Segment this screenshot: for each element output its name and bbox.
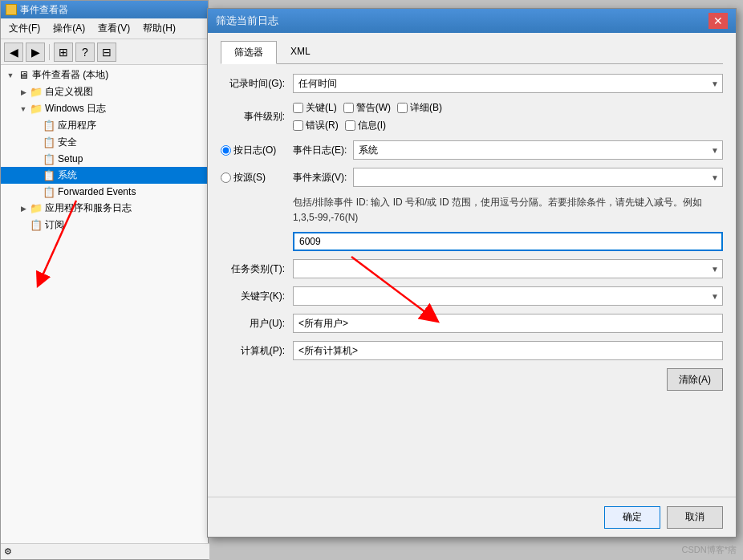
confirm-button[interactable]: 确定 [604, 506, 660, 529]
verbose-checkbox[interactable] [397, 103, 408, 113]
dialog-title: 筛选当前日志 [216, 14, 278, 28]
sidebar-item-root[interactable]: ▼ 🖥 事件查看器 (本地) [1, 67, 208, 83]
critical-checkbox[interactable] [293, 103, 303, 113]
fwd-icon: 📋 [43, 185, 55, 198]
computer-label: 计算机(P): [221, 344, 293, 358]
log-select[interactable]: 系统 ▼ [353, 140, 723, 160]
source-field-label: 事件来源(V): [293, 171, 347, 185]
custom-icon: 📁 [30, 86, 43, 99]
event-id-field-wrapper [293, 232, 723, 251]
log-field-wrapper: 事件日志(E): 系统 ▼ [293, 140, 723, 160]
task-select[interactable]: ▼ [293, 259, 723, 278]
expand-icon-appsvc: ▶ [17, 202, 30, 215]
log-radio-label: 按日志(O) [233, 144, 276, 157]
toolbar: ◀ ▶ ⊞ ? ⊟ [1, 39, 208, 65]
user-field-wrapper [293, 314, 723, 333]
help-button[interactable]: ? [75, 43, 95, 62]
user-input[interactable] [293, 314, 723, 333]
info-label: 信息(I) [358, 119, 386, 132]
keyword-field-wrapper: ▼ [293, 286, 723, 306]
menu-action[interactable]: 操作(A) [48, 20, 90, 37]
keyword-select[interactable]: ▼ [293, 286, 723, 306]
expand-icon-custom: ▶ [17, 86, 30, 99]
warning-checkbox[interactable] [343, 103, 354, 113]
expand-icon-sub [17, 219, 30, 232]
sidebar-item-sec[interactable]: 📋 安全 [1, 134, 208, 151]
log-radio[interactable] [221, 145, 231, 156]
tab-xml[interactable]: XML [277, 41, 324, 63]
main-window: 事件查看器 文件(F) 操作(A) 查看(V) 帮助(H) ◀ ▶ ⊞ ? ⊟ … [0, 0, 209, 560]
sidebar-item-sub[interactable]: 📋 订阅 [1, 217, 208, 233]
cancel-button[interactable]: 取消 [667, 506, 723, 529]
level-row: 事件级别: 关键(L) 警告(W) 详细(B) [221, 101, 723, 132]
forward-button[interactable]: ▶ [26, 43, 45, 62]
expand-icon-winlog: ▼ [17, 103, 30, 116]
menu-file[interactable]: 文件(F) [4, 20, 45, 37]
error-checkbox[interactable] [293, 120, 303, 131]
source-select[interactable]: ▼ [353, 168, 723, 187]
filter-dialog: 筛选当前日志 ✕ 筛选器 XML 记录时间(G): 任何时间 ▼ 事件级别: [207, 8, 737, 538]
app-label: 应用程序 [58, 119, 96, 132]
sec-icon: 📋 [43, 136, 55, 149]
appsvc-label: 应用程序和服务日志 [45, 201, 132, 215]
main-title: 事件查看器 [20, 3, 68, 17]
source-radio-item: 按源(S) [221, 171, 285, 185]
source-radio[interactable] [221, 172, 231, 183]
expand-icon-root: ▼ [4, 69, 17, 82]
user-row: 用户(U): [221, 314, 723, 333]
expand-icon-app [30, 120, 43, 132]
menu-help[interactable]: 帮助(H) [138, 20, 181, 37]
log-radio-item: 按日志(O) [221, 144, 285, 157]
sidebar-item-appsvc[interactable]: ▶ 📁 应用程序和服务日志 [1, 200, 208, 217]
sidebar-item-setup[interactable]: 📋 Setup [1, 151, 208, 167]
sidebar-tree: ▼ 🖥 事件查看器 (本地) ▶ 📁 自定义视图 ▼ 📁 Windows 日志 … [1, 65, 208, 543]
computer-field-wrapper [293, 341, 723, 360]
source-radio-label: 按源(S) [233, 171, 266, 185]
log-field-label: 事件日志(E): [293, 144, 347, 157]
sidebar-item-custom[interactable]: ▶ 📁 自定义视图 [1, 83, 208, 100]
info-checkbox[interactable] [345, 120, 355, 131]
sidebar-item-sys[interactable]: 📋 系统 [1, 167, 208, 184]
dialog-close-button[interactable]: ✕ [708, 13, 728, 29]
event-id-input[interactable] [293, 232, 723, 251]
computer-input[interactable] [293, 341, 723, 360]
level-checkboxes: 关键(L) 警告(W) 详细(B) 错误(R) [293, 101, 723, 132]
clear-button[interactable]: 清除(A) [667, 368, 723, 391]
source-radio-wrapper: 按源(S) [221, 171, 293, 185]
refresh-button[interactable]: ⊞ [54, 43, 73, 62]
time-row: 记录时间(G): 任何时间 ▼ [221, 74, 723, 93]
time-select-wrapper: 任何时间 ▼ [293, 74, 723, 93]
warning-label: 警告(W) [356, 101, 391, 115]
sidebar-item-winlog[interactable]: ▼ 📁 Windows 日志 [1, 100, 208, 117]
time-dropdown-arrow: ▼ [711, 79, 719, 88]
sidebar-item-app[interactable]: 📋 应用程序 [1, 117, 208, 134]
fwd-label: Forwarded Events [58, 186, 136, 197]
time-label: 记录时间(G): [221, 77, 293, 91]
verbose-label: 详细(B) [410, 101, 442, 115]
error-label: 错误(R) [306, 119, 339, 132]
winlog-label: Windows 日志 [45, 102, 106, 116]
keyword-row: 关键字(K): ▼ [221, 286, 723, 306]
tab-filter[interactable]: 筛选器 [221, 41, 277, 64]
app-log-icon: 📋 [43, 120, 55, 132]
menubar: 文件(F) 操作(A) 查看(V) 帮助(H) [1, 18, 208, 39]
sub-label: 订阅 [45, 218, 64, 232]
task-row: 任务类别(T): ▼ [221, 259, 723, 278]
menu-view[interactable]: 查看(V) [93, 20, 135, 37]
dialog-content: 筛选器 XML 记录时间(G): 任何时间 ▼ 事件级别: 关键(L) [208, 33, 736, 497]
time-value: 任何时间 [298, 77, 337, 91]
setup-label: Setup [58, 153, 83, 164]
sidebar-item-fwd[interactable]: 📋 Forwarded Events [1, 184, 208, 200]
back-button[interactable]: ◀ [4, 43, 23, 62]
source-dropdown-arrow: ▼ [711, 173, 719, 182]
custom-label: 自定义视图 [45, 85, 93, 99]
time-select[interactable]: 任何时间 ▼ [293, 74, 723, 93]
sub-icon: 📋 [30, 219, 43, 232]
watermark: CSDN博客*痞 [682, 544, 737, 556]
statusbar-icon: ⚙ [4, 546, 12, 557]
computer-row: 计算机(P): [221, 341, 723, 360]
root-label: 事件查看器 (本地) [32, 68, 108, 82]
extra-button[interactable]: ⊟ [97, 43, 116, 62]
expand-icon-fwd [30, 185, 43, 198]
task-dropdown-arrow: ▼ [711, 265, 719, 274]
